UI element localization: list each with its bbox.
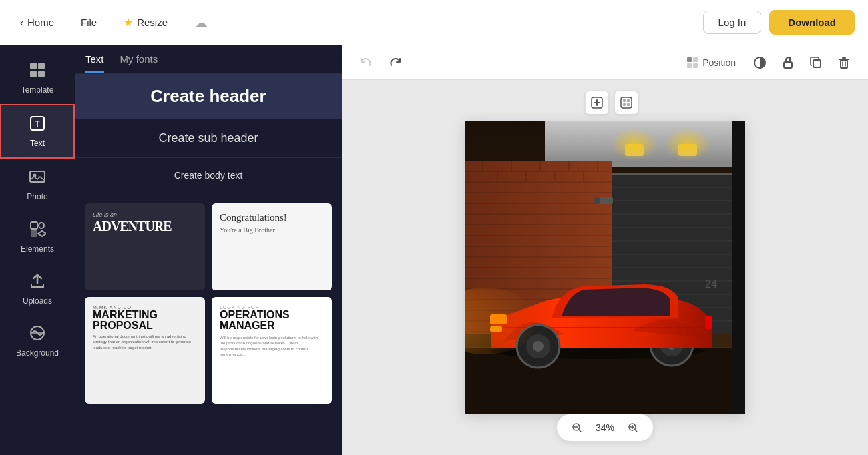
sample-card-marketing[interactable]: M.MK and CO MARKETINGPROPOSAL An operati… [85,297,205,404]
lock-button[interactable] [777,52,799,73]
file-label: File [81,17,97,28]
zoom-in-button[interactable] [624,418,642,437]
svg-rect-14 [693,57,698,62]
svg-point-75 [664,127,711,161]
create-body-option[interactable]: Create body text [75,158,342,193]
position-label: Position [702,57,736,68]
background-icon [29,324,46,344]
svg-rect-0 [30,63,37,69]
svg-rect-10 [31,230,37,237]
svg-rect-2 [30,71,37,77]
svg-text:24: 24 [705,278,717,290]
svg-rect-6 [30,171,45,182]
uploads-label: Uploads [23,296,52,306]
uploads-icon [29,272,46,292]
create-header-option[interactable]: Create header [75,74,342,119]
canvas-overlay-buttons [585,91,638,115]
sidebar-item-text[interactable]: T Text [0,104,75,159]
sidebar-item-template[interactable]: Template [0,52,75,104]
template-icon [29,61,46,81]
sidebar-item-photo[interactable]: Photo [0,159,75,211]
svg-rect-12 [687,57,692,62]
cloud-nav-item[interactable]: ☁ [188,11,214,35]
left-sidebar: Template T Text Photo [0,45,75,455]
tab-text[interactable]: Text [85,53,104,73]
cloud-icon: ☁ [194,15,208,31]
svg-rect-88 [490,326,502,332]
create-subheader-option[interactable]: Create sub header [75,119,342,158]
home-nav-item[interactable]: ‹ Home [13,13,61,32]
file-nav-item[interactable]: File [74,13,103,32]
svg-rect-25 [627,103,630,106]
download-button[interactable]: Download [769,10,855,35]
top-nav: ‹ Home File ★ Resize ☁ Log In Download [0,0,868,45]
svg-rect-23 [627,99,630,102]
svg-rect-90 [705,316,712,329]
photo-icon [29,168,46,188]
sample-card-congrats[interactable]: Congratulations! You're a Big Brother [212,203,332,290]
background-label: Background [16,348,59,358]
zoom-controls: 34% [556,414,654,442]
svg-rect-22 [623,99,626,102]
nav-right: Log In Download [703,10,855,35]
add-element-button[interactable] [585,91,609,115]
duplicate-button[interactable] [805,52,827,73]
svg-rect-17 [784,62,792,68]
design-canvas[interactable]: 24 [465,121,745,414]
delete-button[interactable] [833,52,855,73]
photo-label: Photo [27,192,47,201]
tab-my-fonts[interactable]: My fonts [120,53,158,73]
svg-rect-19 [841,60,847,68]
svg-point-71 [594,197,600,204]
canvas-area: Position [342,45,868,455]
star-icon: ★ [124,16,133,29]
panel-tabs: Text My fonts [75,45,342,74]
sidebar-item-uploads[interactable]: Uploads [0,263,75,315]
home-label: Home [27,17,54,28]
sample-card-adventure[interactable]: Life is an Adventure [85,203,205,290]
undo-button[interactable] [355,52,377,73]
resize-nav-item[interactable]: ★ Resize [117,12,174,33]
home-arrow-icon: ‹ [20,17,23,28]
sidebar-item-elements[interactable]: Elements [0,211,75,263]
login-button[interactable]: Log In [703,11,762,34]
svg-rect-70 [598,197,613,204]
create-subheader-label: Create sub header [158,131,258,145]
svg-rect-91 [732,121,745,414]
text-panel: Text My fonts Create header Create sub h… [75,45,342,455]
template-label: Template [21,85,54,95]
zoom-value: 34% [592,422,618,433]
svg-rect-87 [490,314,507,324]
svg-rect-15 [693,63,698,68]
svg-rect-8 [31,222,37,229]
sample-card-operations[interactable]: LOOKING FOR OPERATIONSMANAGER Will be re… [212,297,332,404]
svg-point-73 [611,127,658,161]
car-scene-svg: 24 [465,121,745,414]
elements-label: Elements [21,244,54,254]
zoom-out-button[interactable] [568,418,586,437]
svg-text:T: T [35,119,40,129]
redo-button[interactable] [385,52,406,73]
sidebar-item-background[interactable]: Background [0,315,75,367]
svg-rect-18 [813,60,821,67]
position-button[interactable]: Position [680,54,742,71]
create-header-label: Create header [150,86,266,107]
resize-label: Resize [137,17,168,28]
canvas-image: 24 [465,121,745,414]
elements-icon [29,220,46,240]
opacity-button[interactable] [749,52,771,73]
create-body-label: Create body text [174,170,243,181]
text-label: Text [30,139,45,148]
svg-rect-1 [38,63,45,69]
toolbar-right: Position [680,52,855,73]
svg-rect-68 [612,173,745,175]
samples-grid: Life is an Adventure Congratulations! Yo… [75,193,342,414]
svg-rect-3 [38,71,45,77]
canvas-toolbar: Position [342,45,868,80]
add-grid-button[interactable] [614,91,638,115]
nav-left: ‹ Home File ★ Resize ☁ [13,11,690,35]
svg-rect-24 [623,103,626,106]
svg-point-9 [39,223,44,228]
svg-rect-21 [621,97,632,108]
canvas-content: 24 [342,80,868,455]
